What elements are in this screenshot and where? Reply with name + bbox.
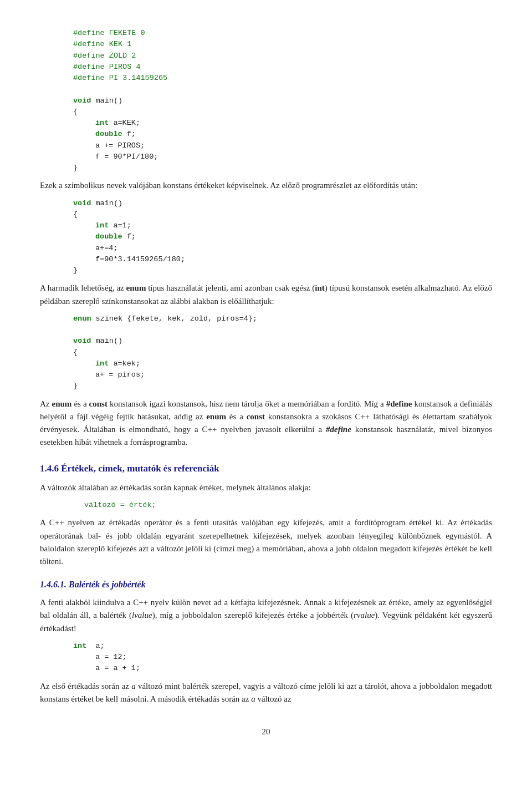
define-zold: #define ZOLD 2 — [73, 52, 136, 60]
sub1461-p1: A fenti alakból kiindulva a C++ nyelv kü… — [40, 596, 492, 635]
page-content: #define FEKETE 0 #define KEK 1 #define Z… — [40, 28, 492, 706]
a-eq-12: a = 12; — [73, 653, 127, 661]
a-plus-piros: a += PIROS; — [73, 141, 145, 150]
define-kek: #define KEK 1 — [73, 40, 131, 48]
int-kw-1: int — [315, 283, 325, 292]
double-f2: double f; — [73, 232, 136, 241]
int-a-kek2: int a=kek; — [73, 359, 140, 368]
a-var-1: a — [131, 682, 136, 691]
example-code-block: int a; a = 12; a = a + 1; — [73, 641, 492, 674]
subsection-1461-heading: 1.4.6.1. Balérték és jobbérték — [40, 578, 492, 592]
final-paragraph: Az első értékadás során az a változó min… — [40, 680, 492, 706]
int-a-decl: int a; — [73, 642, 105, 650]
rvalue-text: rvalue — [354, 611, 375, 620]
void-main-2: void main() — [73, 199, 122, 207]
int-a-kek: int a=KEK; — [73, 119, 140, 127]
a-plus-piros2: a+ = piros; — [73, 371, 145, 379]
valtozo-code-block: változó = érték; — [84, 500, 492, 511]
section-146-p1: A változók általában az értékadás során … — [40, 481, 492, 494]
brace-open-1: { — [73, 108, 78, 116]
double-f: double f; — [73, 130, 136, 138]
a-eq-a1: a = a + 1; — [73, 664, 140, 672]
define-kw-2: #define — [326, 425, 351, 434]
define-piros: #define PIROS 4 — [73, 63, 141, 71]
page-number: 20 — [262, 727, 270, 736]
brace-close-3: } — [73, 382, 78, 390]
const-kw-1: const — [89, 399, 108, 408]
brace-open-2: { — [73, 210, 78, 219]
enum-kw-2: enum — [52, 399, 72, 408]
lvalue-text: lvalue — [132, 611, 152, 620]
int-a1: int a=1; — [73, 221, 131, 230]
para-enum-intro: A harmadik lehetőség, az enum típus hasz… — [40, 282, 492, 308]
enum-szinek-line: enum szinek {fekete, kek, zold, piros=4}… — [73, 314, 257, 323]
section-146-heading: 1.4.6 Értékek, címek, mutatók és referen… — [40, 461, 492, 476]
brace-open-3: { — [73, 348, 78, 357]
valtozo-code-line: változó = érték; — [84, 501, 156, 509]
void-main-3: void main() — [73, 337, 122, 345]
void-main-1: void main() — [73, 97, 122, 105]
const-kw-2: const — [247, 412, 265, 421]
f-eq: f = 90*PI/180; — [73, 153, 158, 161]
define-kw-1: #define — [386, 399, 412, 408]
page-number-container: 20 — [40, 725, 492, 738]
a-plus4: a+=4; — [73, 244, 118, 252]
enum-kw-1: enum — [126, 283, 146, 292]
preprocessed-code-block: void main() { int a=1; double f; a+=4; f… — [73, 198, 492, 277]
para-szimbolikus: Ezek a szimbolikus nevek valójában konst… — [40, 179, 492, 192]
brace-close-2: } — [73, 266, 78, 275]
section-146-p2: A C++ nyelven az értékadás operátor és a… — [40, 516, 492, 568]
para-enum-const: Az enum és a const konstansok igazi kons… — [40, 398, 492, 449]
define-fekete: #define FEKETE 0 — [73, 29, 145, 37]
f-90: f=90*3.14159265/180; — [73, 255, 185, 263]
brace-close-1: } — [73, 164, 78, 172]
enum-kw-3: enum — [206, 412, 226, 421]
enum-code-block: enum szinek {fekete, kek, zold, piros=4}… — [73, 313, 492, 392]
define-pi: #define PI 3.14159265 — [73, 74, 167, 82]
a-var-2: a — [251, 694, 255, 703]
define-code-block: #define FEKETE 0 #define KEK 1 #define Z… — [73, 28, 492, 174]
